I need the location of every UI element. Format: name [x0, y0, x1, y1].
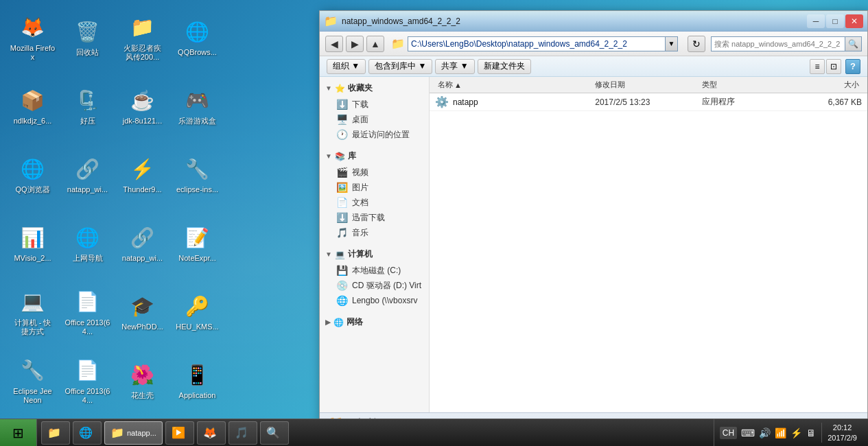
computer-header[interactable]: ▼ 💻 计算机: [320, 246, 429, 263]
nav-item-cd-d[interactable]: 💿 CD 驱动器 (D:) Virt: [320, 278, 429, 293]
search-input[interactable]: [711, 36, 845, 51]
nav-item-picture[interactable]: 🖼️ 图片: [320, 180, 429, 195]
desktop-icon-trash[interactable]: 🗑️ 回收站: [62, 7, 113, 69]
library-header[interactable]: ▼ 📚 库: [320, 148, 429, 165]
desktop-icon-jdk[interactable]: ☕ jdk-8u121...: [117, 75, 168, 137]
address-input[interactable]: [408, 36, 666, 51]
taskbar-item-search[interactable]: 🔍: [260, 421, 289, 445]
help-button[interactable]: ?: [845, 59, 860, 74]
column-name[interactable]: 名称 ▲: [435, 80, 592, 90]
network-header[interactable]: ▶ 🌐 网络: [320, 314, 429, 331]
minimize-button[interactable]: ─: [807, 14, 825, 28]
nav-item-recent[interactable]: 🕐 最近访问的位置: [320, 127, 429, 142]
organize-button[interactable]: 组织 ▼: [327, 59, 366, 74]
nav-picture-label: 图片: [352, 182, 368, 193]
desktop-icon-eclipse-ins[interactable]: 🔧 eclipse-ins...: [172, 144, 223, 206]
favorites-expand-icon: ▼: [325, 84, 332, 92]
maximize-button[interactable]: □: [826, 14, 844, 28]
nav-item-document[interactable]: 📄 文档: [320, 195, 429, 210]
taskbar-item-folder2[interactable]: 📁 natapp...: [104, 421, 163, 445]
column-type[interactable]: 类型: [699, 80, 806, 90]
desktop-icon-natapp-desktop[interactable]: 🔗 natapp_wi...: [62, 144, 113, 206]
desktop-icon-naruto[interactable]: 📁 火影忍者疾 风传200...: [117, 7, 168, 69]
nav-item-lengbo[interactable]: 🌐 Lengbo (\\vboxsrv: [320, 293, 429, 308]
desktop-icon-qqbrowser-pkg[interactable]: 🌐 QQBrows...: [172, 7, 223, 69]
flower-icon: 🌺: [129, 361, 156, 388]
taskbar: ⊞ 📁 🌐 📁 natapp... ▶️ 🦊 🎵 🔍: [0, 419, 868, 446]
nav-item-local-c[interactable]: 💾 本地磁盘 (C:): [320, 263, 429, 278]
desktop-icon-natapp2[interactable]: 🔗 natapp_wi...: [117, 213, 168, 274]
nav-item-thunder-dl[interactable]: ⬇️ 迅雷下载: [320, 210, 429, 225]
desktop-icons-container: 🦊 Mozilla Firefox 🗑️ 回收站 📁 火影忍者疾 风传200..…: [7, 7, 226, 446]
include-library-label: 包含到库中 ▼: [375, 60, 426, 72]
heu-label: HEU_KMS...: [176, 322, 218, 331]
desktop-icon-computer[interactable]: 💻 计算机 - 快 捷方式: [7, 281, 58, 343]
pane-toggle-button[interactable]: ⊡: [826, 59, 841, 74]
desktop-icon-flower[interactable]: 🌺 花生壳: [117, 350, 168, 412]
up-button[interactable]: ▲: [366, 36, 384, 52]
desktop-icon-eclipse-neon[interactable]: 🔧 Eclipse Jee Neon: [7, 350, 58, 412]
nav-item-desktop[interactable]: 🖥️ 桌面: [320, 112, 429, 127]
trash-label: 回收站: [76, 48, 99, 57]
tray-volume-icon[interactable]: 🔊: [759, 427, 771, 438]
nav-item-download[interactable]: ⬇️ 下载: [320, 97, 429, 112]
address-dropdown-button[interactable]: ▼: [666, 36, 678, 51]
taskbar-search-icon: 🔍: [266, 426, 280, 439]
new-folder-button[interactable]: 新建文件夹: [478, 59, 531, 74]
desktop-icon-newphd[interactable]: 🎓 NewPhDD...: [117, 281, 168, 343]
desktop-icon-office2[interactable]: 📄 Office 2013(64...: [62, 350, 113, 412]
share-button[interactable]: 共享 ▼: [435, 59, 474, 74]
desktop-icon-noteexpr[interactable]: 📝 NoteExpr...: [172, 213, 223, 274]
newphd-icon: 🎓: [129, 292, 156, 320]
desktop-icon-qqbrowser[interactable]: 🌐 QQ浏览器: [7, 144, 58, 206]
nav-item-video[interactable]: 🎬 视频: [320, 165, 429, 180]
taskbar-item-firefox[interactable]: 🦊: [197, 421, 226, 445]
tray-display-icon[interactable]: 🖥: [806, 427, 816, 438]
computer-expand-icon: ▼: [325, 250, 332, 258]
refresh-button[interactable]: ↻: [688, 36, 705, 52]
taskbar-item-ie[interactable]: 🌐: [73, 421, 102, 445]
file-row-natapp[interactable]: ⚙️ natapp 2017/2/5 13:23 应用程序 6,367 KB: [430, 93, 867, 111]
desktop-icon-mvisio[interactable]: 📊 MVisio_2...: [7, 213, 58, 274]
desktop-icon-firefox[interactable]: 🦊 Mozilla Firefox: [7, 7, 58, 69]
forward-button[interactable]: ▶: [346, 36, 364, 52]
column-size[interactable]: 大小: [806, 80, 862, 90]
back-button[interactable]: ◀: [325, 36, 343, 52]
desktop-icon-ndlk[interactable]: 📦 ndlkdjz_6...: [7, 75, 58, 137]
eclipse-ins-label: eclipse-ins...: [176, 185, 218, 194]
desktop-icon-thunder[interactable]: ⚡ Thunder9...: [117, 144, 168, 206]
office1-icon: 📄: [74, 288, 102, 316]
include-library-button[interactable]: 包含到库中 ▼: [368, 59, 432, 74]
taskbar-item-media[interactable]: ▶️: [165, 421, 194, 445]
desktop-icon-app[interactable]: 📱 Application: [172, 350, 223, 412]
favorites-header[interactable]: ▼ ⭐ 收藏夹: [320, 80, 429, 97]
desktop-icon-heu[interactable]: 🔑 HEU_KMS...: [172, 281, 223, 343]
tray-network-icon[interactable]: 📶: [775, 427, 786, 438]
taskbar-item-explorer[interactable]: 📁: [41, 421, 70, 445]
search-button[interactable]: 🔍: [845, 36, 862, 51]
music-nav-icon: 🎵: [336, 227, 348, 238]
column-date[interactable]: 修改日期: [592, 80, 699, 90]
noteexpr-icon: 📝: [184, 224, 211, 251]
desktop-icon-shangwang[interactable]: 🌐 上网导航: [62, 213, 113, 274]
taskbar-item-audio[interactable]: 🎵: [228, 421, 257, 445]
desktop-icon-office1[interactable]: 📄 Office 2013(64...: [62, 281, 113, 343]
tray-lang-indicator[interactable]: CH: [720, 427, 737, 439]
view-toggle-button[interactable]: ≡: [810, 59, 825, 74]
nav-item-music[interactable]: 🎵 音乐: [320, 225, 429, 240]
computer-section: ▼ 💻 计算机 💾 本地磁盘 (C:) 💿 CD 驱动器 (D:) Virt 🌐: [320, 243, 429, 311]
library-expand-icon: ▼: [325, 152, 332, 160]
naruto-label: 火影忍者疾 风传200...: [119, 44, 165, 62]
mvisio-icon: 📊: [19, 224, 47, 251]
desktop-nav-icon: 🖥️: [336, 114, 348, 125]
desktop-icon-haozip[interactable]: 🗜️ 好压: [62, 75, 113, 137]
tray-keyboard-icon[interactable]: ⌨: [741, 427, 755, 438]
desktop-icon-leyou[interactable]: 🎮 乐游游戏盒: [172, 75, 223, 137]
close-button[interactable]: ✕: [845, 14, 863, 28]
explorer-window: 📁 natapp_windows_amd64_2_2_2 ─ □ ✕ ◀ ▶ ▲…: [319, 10, 868, 432]
tray-battery-icon[interactable]: ⚡: [790, 427, 802, 438]
newphd-label: NewPhDD...: [121, 322, 163, 331]
start-button[interactable]: ⊞: [0, 419, 37, 447]
tray-clock[interactable]: 20:12 2017/2/9: [821, 423, 863, 443]
thunder-label: Thunder9...: [123, 185, 161, 194]
